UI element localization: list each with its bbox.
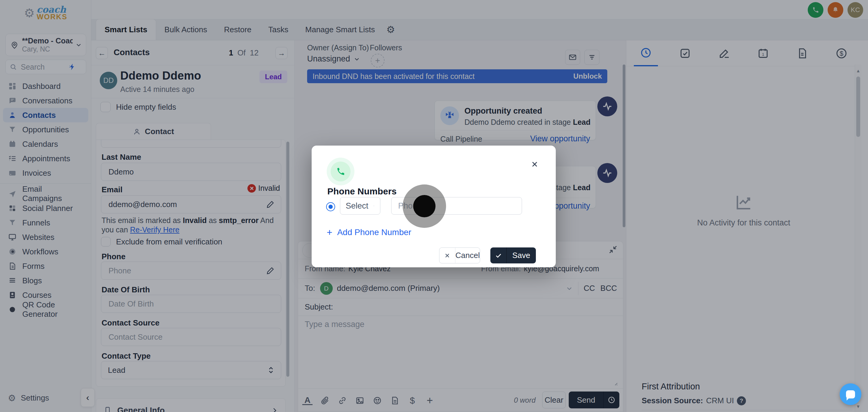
plus-icon: + — [327, 229, 333, 235]
cancel-button[interactable]: Cancel — [439, 248, 480, 263]
chevron-down-icon — [373, 203, 375, 209]
close-icon — [530, 160, 539, 168]
phone-modal-avatar — [327, 158, 354, 185]
save-button[interactable]: Save — [490, 248, 536, 263]
modal-title: Phone Numbers — [327, 186, 397, 196]
add-phone-number-link[interactable]: + Add Phone Number — [327, 227, 411, 237]
primary-phone-radio[interactable] — [326, 202, 335, 211]
phone-numbers-modal: Phone Numbers Select + Add Phone Number … — [312, 146, 556, 267]
click-indicator-cursor — [413, 195, 435, 217]
chat-widget-button[interactable] — [840, 383, 861, 405]
phone-type-select[interactable]: Select — [340, 197, 380, 215]
chat-bubble-icon — [846, 390, 855, 399]
phone-icon — [336, 166, 346, 177]
save-check-icon — [490, 248, 507, 263]
app-root: KC Smart Lists Bulk Actions Restore Task… — [0, 0, 868, 412]
close-modal-button[interactable] — [529, 159, 540, 170]
cancel-x-icon — [439, 248, 456, 263]
